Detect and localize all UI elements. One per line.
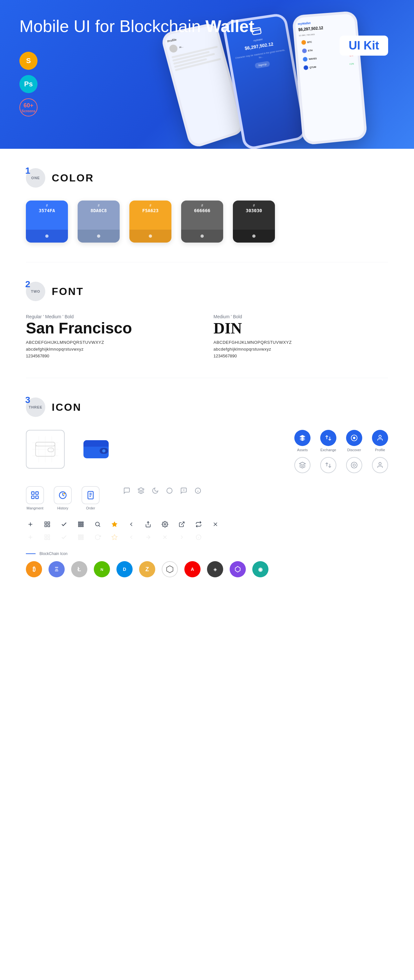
svg-rect-43 [80,522,81,523]
crypto-coins-row: ₿ Ξ Ł N D Z A ◈ ◉ [26,561,388,578]
discover-icon [346,430,362,446]
svg-rect-72 [80,539,81,539]
svg-rect-65 [79,535,80,536]
plus-icon [26,520,35,529]
search-icon [93,520,102,529]
tab-management: Mangment [26,486,44,510]
star-icon [110,520,119,529]
icon-colored-wallet [78,430,116,469]
color-section-header: 1 ONE COLOR [26,168,388,188]
svg-rect-46 [80,523,81,525]
svg-rect-64 [48,538,50,540]
font-section: 2 TWO FONT Regular ' Medium ' Bold San F… [0,262,414,378]
font-title: FONT [52,286,84,298]
svg-point-18 [351,462,357,468]
exchange-icon [320,430,336,446]
nav-exchange: Exchange [320,430,336,452]
svg-text:N: N [100,567,103,571]
ui-kit-badge: UI Kit [339,36,388,56]
section-num-1: 1 ONE [26,168,45,188]
order-label: Order [86,506,95,510]
svg-rect-23 [32,496,34,498]
section-num-3: 3 THREE [26,398,45,417]
grid-icon [76,520,85,529]
font-sf-uppercase: ABCDEFGHIJKLMNOPQRSTUVWXYZ [26,340,201,345]
svg-rect-21 [32,492,34,495]
nav-assets: Assets [295,430,310,452]
nav-discover-gray [346,457,362,473]
color-swatches: # 3574FA # 8DA0C8 # F5A623 # 666666 [26,200,388,243]
icon-title: ICON [52,401,81,414]
ps-badge: Ps [19,75,38,93]
svg-rect-22 [36,492,38,495]
blockchain-divider: BlockChain Icon [26,552,388,556]
svg-point-17 [379,435,381,438]
font-din-name: DIN [213,321,388,336]
section-num-2: 2 TWO [26,282,45,301]
star-icon-faded [110,533,119,542]
grid-icon-faded [76,533,85,542]
zcash-coin: Z [139,561,155,578]
nav-assets-gray [295,457,310,473]
font-din-lowercase: abcdefghijklmnopqrstuvwxyz [213,347,388,352]
svg-point-51 [96,522,99,526]
svg-rect-73 [82,539,83,539]
btc-coin: ₿ [26,561,42,578]
svg-rect-47 [82,523,83,525]
blockchain-label: BlockChain Icon [40,552,68,556]
font-section-header: 2 TWO FONT [26,282,388,301]
swatch-3: # F5A623 [129,200,171,243]
phone-right: myWallet $6,297,502.12 12-298 | 708-2003… [292,11,368,145]
svg-rect-9 [48,448,54,452]
assets-icon-gray [295,457,310,473]
svg-rect-69 [80,536,81,538]
icon-main-row: Assets Exchange Discover [26,430,388,473]
svg-point-20 [379,463,381,465]
svg-point-86 [233,565,243,574]
svg-point-19 [353,464,355,466]
check-icon [59,520,68,529]
nav-profile-gray [372,457,388,473]
svg-rect-38 [45,522,47,524]
color-title: COLOR [52,172,94,184]
svg-marker-83 [167,566,173,573]
svg-rect-63 [45,538,47,540]
divider-line [26,554,36,554]
svg-rect-71 [79,539,80,539]
exchange-icon-gray [320,457,336,473]
nav-icons-group: Assets Exchange Discover [295,430,388,473]
svg-line-56 [181,522,184,525]
assets-icon [295,430,310,446]
info-icon-faded [194,533,203,542]
svg-rect-48 [79,526,80,527]
polygon-coin [230,561,246,578]
misc-icons [122,486,202,495]
ltc-coin: Ł [71,561,88,578]
svg-rect-62 [48,535,50,537]
check-icon-faded [59,533,68,542]
font-sf-style: Regular ' Medium ' Bold [26,314,201,319]
discover-icon-gray [346,457,362,473]
profile-icon-gray [372,457,388,473]
font-din: Medium ' Bold DIN ABCDEFGHIJKLMNOPQRSTUV… [213,314,388,358]
svg-rect-24 [36,496,38,498]
plus-icon-faded [26,533,35,542]
profile-icon [372,430,388,446]
svg-rect-66 [80,535,81,536]
chevron-left-icon [127,520,136,529]
chevron-left-faded [127,533,136,542]
history-label: History [57,506,68,510]
gear-icon [161,520,169,529]
svg-rect-49 [80,526,81,527]
nav-profile: Profile [372,430,388,452]
swatch-4: # 666666 [181,200,223,243]
order-icon [81,486,100,504]
svg-text:A: A [191,567,194,572]
arrow-right-faded [177,533,186,542]
svg-rect-50 [82,526,83,527]
svg-line-52 [99,526,100,527]
ark-coin: A [184,561,201,578]
svg-rect-39 [48,522,50,524]
speech-icon [179,486,188,495]
info-icon [193,486,202,495]
